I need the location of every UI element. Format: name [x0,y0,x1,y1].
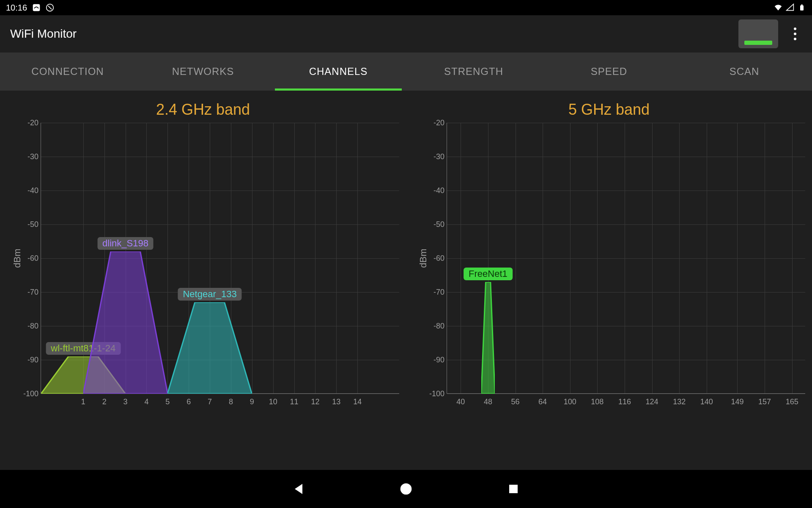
y-tick: -90 [19,356,38,364]
svg-rect-3 [801,5,803,6]
overflow-menu-button[interactable] [788,24,802,44]
svg-marker-6 [167,302,252,394]
y-tick: -50 [19,220,38,229]
svg-rect-2 [800,6,804,11]
home-button[interactable] [397,480,415,498]
x-tick: 100 [564,393,576,406]
chart-title: 2.4 GHz band [0,93,406,123]
content-area: 2.4 GHz banddBm-20-30-40-50-60-70-80-90-… [0,91,812,470]
x-tick: 40 [456,393,465,406]
network-shape [167,302,252,394]
x-tick: 9 [250,393,254,406]
app-icon-2 [46,3,54,12]
theme-toggle-button[interactable] [738,19,778,48]
network-label: Netgear_133 [178,288,241,301]
x-tick: 165 [786,393,798,406]
x-tick: 10 [269,393,277,406]
recents-button[interactable] [504,480,523,498]
x-tick: 2 [102,393,107,406]
y-tick: -50 [425,220,444,229]
status-bar: 10:16 [0,0,812,15]
network-shape [83,251,168,394]
y-tick: -20 [19,119,38,127]
y-tick: -60 [19,254,38,263]
x-tick: 116 [618,393,631,406]
y-tick: -100 [425,389,444,398]
x-tick: 124 [646,393,658,406]
x-tick: 108 [591,393,604,406]
x-tick: 12 [311,393,319,406]
signal-status-icon [786,3,794,12]
x-tick: 3 [123,393,128,406]
network-label: FreeNet1 [464,268,513,280]
tab-networks[interactable]: NETWORKS [135,52,271,91]
y-tick: -70 [19,288,38,297]
y-tick: -80 [19,322,38,331]
x-tick: 13 [332,393,340,406]
y-tick: -30 [425,152,444,161]
y-tick: -40 [425,186,444,195]
x-tick: 64 [538,393,547,406]
x-tick: 56 [511,393,520,406]
app-title: WiFi Monitor [10,27,77,41]
y-tick: -40 [19,186,38,195]
x-tick: 6 [187,393,191,406]
x-tick: 1 [81,393,85,406]
x-tick: 157 [758,393,771,406]
svg-rect-9 [509,485,518,493]
x-tick: 132 [673,393,686,406]
x-tick: 7 [208,393,212,406]
x-tick: 4 [144,393,148,406]
y-tick: -90 [425,356,444,364]
plot-area: -20-30-40-50-60-70-80-90-100404856641001… [447,123,805,394]
chart-title: 5 GHz band [406,93,812,123]
x-tick: 11 [290,393,299,406]
tab-strength[interactable]: STRENGTH [406,52,541,91]
navigation-bar [0,470,812,508]
tab-channels[interactable]: CHANNELS [271,52,406,91]
y-tick: -20 [425,119,444,127]
app-icon-1 [32,3,41,12]
network-label: dlink_S198 [97,237,154,250]
wifi-status-icon [774,3,782,12]
svg-point-8 [401,483,412,495]
y-tick: -30 [19,152,38,161]
app-bar: WiFi Monitor [0,15,812,52]
x-tick: 8 [229,393,233,406]
tab-connection[interactable]: CONNECTION [0,52,135,91]
y-tick: -100 [19,389,38,398]
svg-rect-0 [33,4,40,11]
y-tick: -70 [425,288,444,297]
battery-status-icon [798,3,806,12]
x-tick: 5 [165,393,170,406]
x-tick: 14 [353,393,362,406]
x-tick: 48 [484,393,492,406]
y-tick: -80 [425,322,444,331]
y-tick: -60 [425,254,444,263]
chart-panel-1: 5 GHz banddBm-20-30-40-50-60-70-80-90-10… [406,93,812,470]
status-time: 10:16 [6,3,27,13]
plot-area: -20-30-40-50-60-70-80-90-100123456789101… [41,123,399,394]
svg-marker-5 [83,251,168,394]
back-button[interactable] [289,480,308,498]
tab-scan[interactable]: SCAN [677,52,812,91]
chart-panel-0: 2.4 GHz banddBm-20-30-40-50-60-70-80-90-… [0,93,406,470]
x-tick: 140 [700,393,713,406]
tab-speed[interactable]: SPEED [541,52,677,91]
x-tick: 149 [731,393,743,406]
svg-marker-7 [481,282,495,394]
network-shape [481,282,495,394]
tab-bar: CONNECTIONNETWORKSCHANNELSSTRENGTHSPEEDS… [0,52,812,91]
